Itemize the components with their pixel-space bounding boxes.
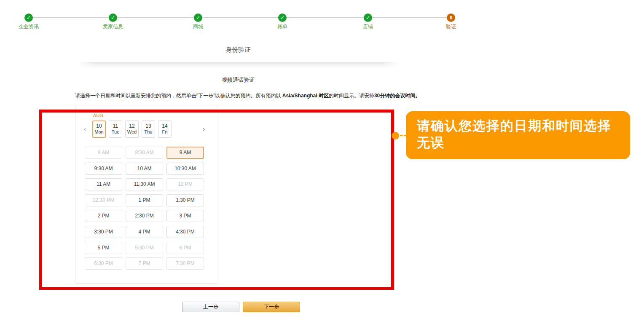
- progress-stepper: ✓企业资讯✓卖家信息✓商城✓账单✓店铺6验证: [0, 0, 644, 34]
- time-slot-9-am[interactable]: 9 AM: [166, 147, 204, 159]
- time-slot-8-30-am: 8:30 AM: [126, 147, 163, 159]
- section-divider-bar: [76, 62, 400, 69]
- check-icon: ✓: [278, 13, 287, 22]
- step-label: 账单: [257, 23, 308, 30]
- time-slot-12-30-pm: 12:30 PM: [85, 194, 122, 206]
- next-dates-chevron-icon[interactable]: ›: [203, 126, 205, 132]
- date-weekday: Mon: [93, 129, 105, 134]
- scheduling-instruction: 请选择一个日期和时间以重新安排您的预约，然后单击"下一步"以确认您的预约。所有预…: [75, 92, 420, 99]
- time-slot-6-pm: 6 PM: [166, 242, 204, 254]
- section-title: 视频通话验证: [76, 76, 400, 84]
- time-slot-12-pm: 12 PM: [166, 178, 204, 190]
- month-label: AUG: [93, 113, 103, 118]
- date-weekday: Fri: [158, 129, 171, 134]
- step-label: 卖家信息: [88, 23, 138, 30]
- date-option-10[interactable]: 10Mon: [92, 120, 106, 138]
- step-label: 商城: [173, 23, 223, 30]
- step-number-badge: 6: [447, 13, 455, 22]
- time-slot-1-30-pm[interactable]: 1:30 PM: [166, 194, 204, 206]
- check-icon: ✓: [194, 13, 202, 22]
- date-number: 12: [126, 123, 138, 129]
- date-number: 13: [142, 123, 155, 129]
- date-weekday: Thu: [142, 129, 155, 134]
- stepper-step-2: ✓卖家信息: [88, 13, 138, 30]
- step-label: 企业资讯: [3, 23, 54, 30]
- annotation-callout: 请确认您选择的日期和时间选择 无误: [406, 111, 630, 159]
- date-number: 10: [93, 123, 105, 129]
- date-list: 10Mon11Tue12Wed13Thu14Fri: [92, 120, 172, 138]
- check-icon: ✓: [364, 13, 372, 22]
- instruction-duration: 30分钟的会议时间。: [374, 93, 420, 99]
- time-slot-3-30-pm[interactable]: 3:30 PM: [85, 226, 122, 238]
- callout-line-2: 无误: [417, 134, 619, 151]
- time-slot-11-30-am[interactable]: 11:30 AM: [126, 178, 163, 190]
- time-slot-2-30-pm[interactable]: 2:30 PM: [126, 210, 163, 222]
- stepper-step-5: ✓店铺: [343, 13, 393, 30]
- check-icon: ✓: [24, 13, 33, 22]
- time-slot-8-am: 8 AM: [85, 147, 122, 159]
- step-label: 验证: [426, 23, 476, 30]
- callout-line-1: 请确认您选择的日期和时间选择: [417, 118, 619, 134]
- time-slot-grid: 8 AM8:30 AM9 AM9:30 AM10 AM10:30 AM11 AM…: [85, 147, 204, 270]
- time-slot-6-30-pm: 6:30 PM: [85, 257, 122, 270]
- stepper-step-4: ✓账单: [257, 13, 308, 30]
- date-number: 11: [109, 123, 122, 129]
- time-slot-2-pm[interactable]: 2 PM: [85, 210, 122, 222]
- time-slot-10-30-am[interactable]: 10:30 AM: [166, 163, 204, 175]
- page-title: 身份验证: [76, 46, 400, 54]
- instruction-text: 请选择一个日期和时间以重新安排您的预约，然后单击"下一步"以确认您的预约。所有预…: [75, 93, 282, 99]
- date-weekday: Wed: [126, 129, 138, 134]
- next-step-button[interactable]: 下一步: [243, 302, 300, 312]
- stepper-step-6: 6验证: [426, 13, 476, 30]
- prev-dates-chevron-icon[interactable]: ‹: [84, 126, 86, 132]
- time-slot-7-30-pm: 7:30 PM: [166, 257, 204, 270]
- time-slot-3-pm[interactable]: 3 PM: [166, 210, 204, 222]
- time-slot-10-am[interactable]: 10 AM: [126, 163, 163, 175]
- step-label: 店铺: [343, 23, 393, 30]
- footer-buttons: 上一步 下一步: [182, 302, 300, 312]
- time-slot-11-am[interactable]: 11 AM: [85, 178, 122, 190]
- instruction-timezone: Asia/Shanghai 时区: [282, 93, 329, 99]
- time-slot-9-30-am[interactable]: 9:30 AM: [85, 163, 122, 175]
- date-option-14[interactable]: 14Fri: [158, 120, 172, 138]
- time-slot-4-pm[interactable]: 4 PM: [126, 226, 163, 238]
- date-option-13[interactable]: 13Thu: [142, 120, 155, 138]
- date-option-11[interactable]: 11Tue: [109, 120, 122, 138]
- annotation-connector-dash: [400, 135, 406, 136]
- time-slot-7-pm: 7 PM: [126, 257, 163, 270]
- date-option-12[interactable]: 12Wed: [125, 120, 139, 138]
- time-slot-5-30-pm: 5:30 PM: [126, 242, 163, 254]
- annotation-connector-dot: [392, 132, 399, 139]
- stepper-step-1: ✓企业资讯: [3, 13, 54, 30]
- time-slot-4-30-pm[interactable]: 4:30 PM: [166, 226, 204, 238]
- stepper-step-3: ✓商城: [173, 13, 223, 30]
- appointment-scheduler-card: AUG ‹ 10Mon11Tue12Wed13Thu14Fri › 8 AM8:…: [75, 105, 218, 284]
- time-slot-5-pm[interactable]: 5 PM: [85, 242, 122, 254]
- time-slot-1-pm[interactable]: 1 PM: [126, 194, 163, 206]
- previous-step-button[interactable]: 上一步: [182, 302, 239, 312]
- check-icon: ✓: [109, 13, 117, 22]
- date-number: 14: [158, 123, 171, 129]
- date-weekday: Tue: [109, 129, 122, 134]
- instruction-text-middle: 的时间显示。请安排: [329, 93, 374, 99]
- registration-verification-page: ✓企业资讯✓卖家信息✓商城✓账单✓店铺6验证 身份验证 视频通话验证 请选择一个…: [0, 0, 644, 332]
